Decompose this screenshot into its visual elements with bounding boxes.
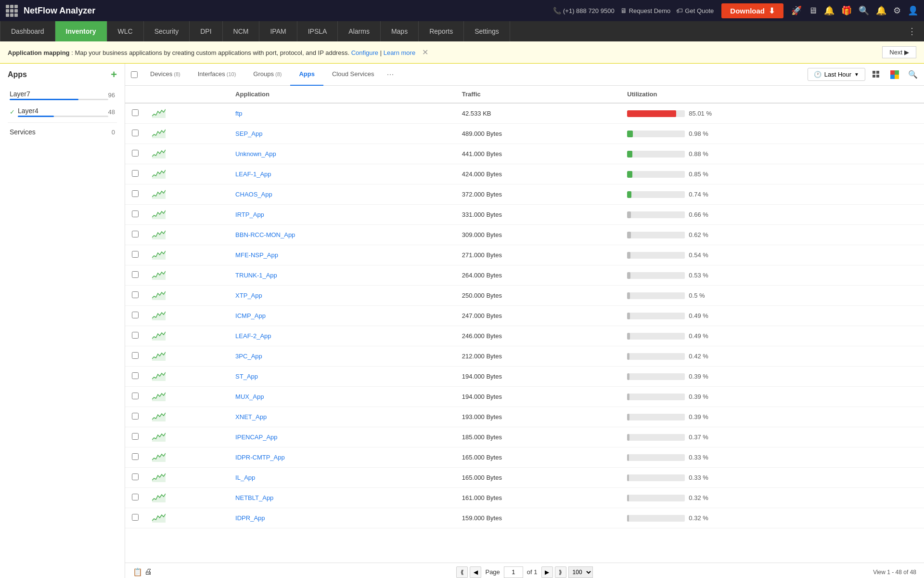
page-number-input[interactable]	[504, 566, 523, 578]
sparkline-icon[interactable]	[152, 128, 166, 138]
export-print-icon[interactable]: 🖨	[144, 567, 152, 577]
sparkline-icon[interactable]	[152, 431, 166, 442]
sidebar-item-services[interactable]: Services 0	[8, 125, 117, 139]
row-checkbox[interactable]	[132, 352, 139, 359]
row-checkbox[interactable]	[132, 231, 139, 237]
nav-dashboard[interactable]: Dashboard	[0, 21, 55, 41]
sparkline-icon[interactable]	[152, 310, 166, 320]
row-checkbox[interactable]	[132, 130, 139, 136]
user-icon[interactable]: 👤	[908, 5, 918, 16]
sparkline-icon[interactable]	[152, 330, 166, 341]
nav-ncm[interactable]: NCM	[223, 21, 260, 41]
row-app-name[interactable]: NETBLT_App	[229, 488, 455, 508]
row-checkbox[interactable]	[132, 494, 139, 500]
row-checkbox[interactable]	[132, 332, 139, 339]
sparkline-icon[interactable]	[152, 451, 166, 462]
banner-next-button[interactable]: Next ▶	[882, 46, 916, 58]
row-app-name[interactable]: MUX_App	[229, 387, 455, 407]
alert-icon[interactable]: 🔔	[876, 5, 886, 16]
select-all-checkbox[interactable]	[131, 71, 138, 78]
row-app-name[interactable]: MFE-NSP_App	[229, 245, 455, 265]
last-hour-button[interactable]: 🕐 Last Hour ▼	[808, 68, 865, 81]
nav-maps[interactable]: Maps	[381, 21, 419, 41]
nav-dpi[interactable]: DPI	[190, 21, 222, 41]
nav-wlc[interactable]: WLC	[107, 21, 144, 41]
row-app-name[interactable]: XNET_App	[229, 407, 455, 427]
tab-devices[interactable]: Devices (8)	[141, 64, 189, 86]
row-app-name[interactable]: XTP_App	[229, 286, 455, 306]
sparkline-icon[interactable]	[152, 492, 166, 502]
next-page-button[interactable]: ▶	[541, 566, 553, 578]
row-checkbox[interactable]	[132, 372, 139, 379]
row-checkbox[interactable]	[132, 109, 139, 116]
sparkline-icon[interactable]	[152, 148, 166, 158]
row-app-name[interactable]: LEAF-2_App	[229, 326, 455, 346]
row-checkbox[interactable]	[132, 251, 139, 258]
sparkline-icon[interactable]	[152, 249, 166, 260]
nav-more-button[interactable]: ⋮	[900, 26, 924, 37]
nav-alarms[interactable]: Alarms	[338, 21, 381, 41]
row-checkbox[interactable]	[132, 473, 139, 480]
nav-settings[interactable]: Settings	[464, 21, 510, 41]
search-icon[interactable]: 🔍	[859, 5, 869, 16]
row-checkbox[interactable]	[132, 393, 139, 399]
row-app-name[interactable]: LEAF-1_App	[229, 164, 455, 184]
tab-cloud-services[interactable]: Cloud Services	[323, 64, 383, 86]
banner-learn-more-link[interactable]: Learn more	[384, 49, 415, 56]
sparkline-icon[interactable]	[152, 512, 166, 523]
row-checkbox[interactable]	[132, 453, 139, 460]
row-checkbox[interactable]	[132, 150, 139, 157]
row-app-name[interactable]: TRUNK-1_App	[229, 265, 455, 286]
sparkline-icon[interactable]	[152, 370, 166, 381]
first-page-button[interactable]: ⟪	[456, 566, 468, 578]
row-checkbox[interactable]	[132, 413, 139, 420]
sparkline-icon[interactable]	[152, 472, 166, 482]
row-app-name[interactable]: IDPR_App	[229, 508, 455, 528]
row-checkbox[interactable]	[132, 190, 139, 197]
tab-interfaces[interactable]: Interfaces (10)	[189, 64, 245, 86]
row-checkbox[interactable]	[132, 271, 139, 278]
sidebar-item-layer4[interactable]: ✓ Layer4 48	[8, 104, 117, 120]
banner-configure-link[interactable]: Configure	[351, 49, 378, 56]
row-app-name[interactable]: CHAOS_App	[229, 184, 455, 205]
tab-apps[interactable]: Apps	[290, 64, 323, 86]
sparkline-icon[interactable]	[152, 411, 166, 421]
row-checkbox[interactable]	[132, 170, 139, 177]
tab-groups[interactable]: Groups (8)	[244, 64, 290, 86]
sidebar-item-layer7[interactable]: Layer7 96	[8, 87, 117, 104]
row-checkbox[interactable]	[132, 291, 139, 298]
rocket-icon[interactable]: 🚀	[791, 5, 802, 16]
row-checkbox[interactable]	[132, 514, 139, 521]
row-app-name[interactable]: IDPR-CMTP_App	[229, 447, 455, 468]
prev-page-button[interactable]: ◀	[470, 566, 481, 578]
get-quote-button[interactable]: 🏷 Get Quote	[676, 7, 714, 14]
row-app-name[interactable]: IRTP_App	[229, 205, 455, 225]
nav-inventory[interactable]: Inventory	[55, 21, 107, 41]
monitor-icon[interactable]: 🖥	[808, 6, 817, 16]
row-app-name[interactable]: 3PC_App	[229, 346, 455, 367]
row-app-name[interactable]: Unknown_App	[229, 144, 455, 164]
notification-bell-icon[interactable]: 🔔	[824, 5, 834, 16]
sparkline-icon[interactable]	[152, 188, 166, 199]
sidebar-add-button[interactable]: +	[111, 69, 117, 80]
gear-icon[interactable]: ⚙	[893, 5, 901, 16]
sparkline-icon[interactable]	[152, 209, 166, 219]
row-app-name[interactable]: ICMP_App	[229, 306, 455, 326]
row-app-name[interactable]: IL_App	[229, 468, 455, 488]
last-page-button[interactable]: ⟫	[555, 566, 566, 578]
sparkline-icon[interactable]	[152, 391, 166, 401]
sparkline-icon[interactable]	[152, 289, 166, 300]
nav-ipsla[interactable]: IPSLA	[297, 21, 338, 41]
row-app-name[interactable]: SEP_App	[229, 124, 455, 144]
row-checkbox[interactable]	[132, 210, 139, 217]
row-checkbox[interactable]	[132, 433, 139, 440]
row-app-name[interactable]: BBN-RCC-MON_App	[229, 225, 455, 245]
tabs-more-button[interactable]: ···	[383, 69, 398, 79]
sparkline-icon[interactable]	[152, 107, 166, 118]
sparkline-icon[interactable]	[152, 168, 166, 179]
row-app-name[interactable]: ST_App	[229, 367, 455, 387]
export-csv-icon[interactable]: 📋	[133, 567, 142, 577]
request-demo-button[interactable]: 🖥 Request Demo	[620, 7, 671, 14]
nav-reports[interactable]: Reports	[419, 21, 464, 41]
row-app-name[interactable]: IPENCAP_App	[229, 427, 455, 447]
